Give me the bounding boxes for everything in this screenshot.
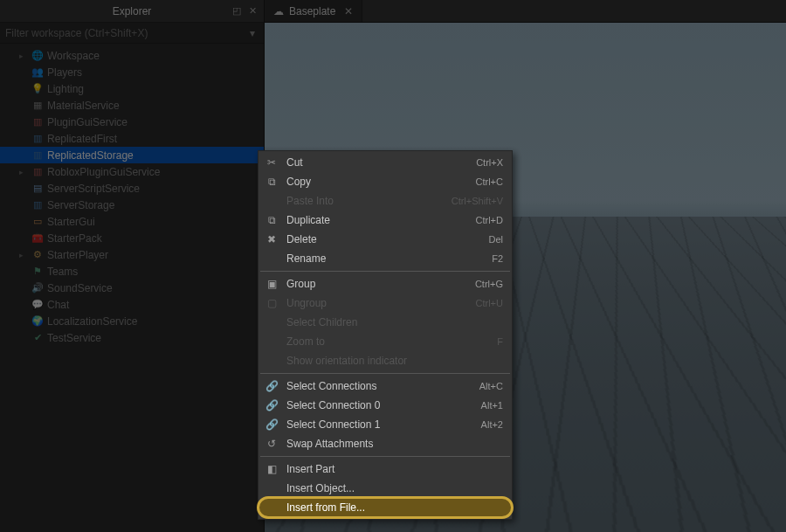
menu-item[interactable]: RenameF2 (259, 249, 512, 268)
explorer-tree: ▸🌐Workspace👥Players💡Lighting▦MaterialSer… (0, 44, 264, 532)
node-label: Players (47, 66, 82, 79)
node-icon: 🔊 (31, 282, 44, 294)
menu-item[interactable]: ⧉DuplicateCtrl+D (259, 211, 512, 230)
menu-item-label: Insert Part (286, 463, 496, 475)
node-label: SoundService (47, 282, 113, 294)
menu-item-icon: ✖ (264, 232, 279, 246)
menu-item[interactable]: 🔗Select Connection 0Alt+1 (259, 396, 512, 415)
menu-item-icon (264, 335, 279, 349)
node-icon: 💡 (31, 83, 44, 95)
menu-separator (260, 271, 510, 272)
menu-item-icon: ↺ (264, 437, 279, 451)
menu-item-label: Show orientation indicator (286, 355, 496, 367)
panel-close-icon[interactable]: ✕ (246, 5, 259, 17)
menu-item-shortcut: Ctrl+Shift+V (452, 196, 503, 206)
menu-item[interactable]: 🔗Select ConnectionsAlt+C (259, 377, 512, 396)
node-label: StarterGui (47, 216, 95, 228)
menu-item[interactable]: ◧Insert Part (259, 459, 512, 479)
menu-item[interactable]: ⧉CopyCtrl+C (259, 172, 512, 191)
node-label: StarterPack (47, 232, 102, 245)
menu-item-shortcut: Alt+C (479, 381, 503, 391)
node-label: StarterPlayer (47, 249, 108, 261)
node-label: Lighting (47, 83, 84, 95)
menu-item-icon (264, 354, 279, 368)
tree-item[interactable]: 🌍LocalizationService (0, 313, 264, 329)
tab-bar: ☁ Baseplate ✕ (265, 0, 786, 23)
tree-item[interactable]: ▥ReplicatedStorage (0, 147, 264, 163)
node-label: LocalizationService (47, 315, 137, 328)
menu-item-label: Select Children (286, 316, 496, 328)
filter-input[interactable] (5, 27, 246, 39)
menu-item[interactable]: Insert Object... (259, 479, 512, 498)
menu-item-label: Rename (286, 252, 485, 265)
menu-item-shortcut: Ctrl+X (476, 157, 503, 168)
node-icon: 💬 (31, 299, 44, 311)
menu-item[interactable]: ✖DeleteDel (259, 230, 512, 249)
menu-item-label: Delete (286, 233, 481, 245)
explorer-panel: Explorer ◰ ✕ ▾ ▸🌐Workspace👥Players💡Light… (0, 0, 265, 532)
node-icon: ▭ (31, 216, 44, 228)
tab-close-icon[interactable]: ✕ (344, 5, 353, 17)
tree-item[interactable]: ⚑Teams (0, 263, 264, 280)
node-icon: 🌍 (31, 315, 44, 328)
menu-item-label: Ungroup (286, 297, 469, 309)
tab-baseplate[interactable]: ☁ Baseplate ✕ (265, 0, 362, 22)
filter-dropdown-icon[interactable]: ▾ (246, 27, 259, 39)
cloud-icon: ☁ (273, 5, 284, 17)
tab-label: Baseplate (289, 5, 335, 17)
node-label: ReplicatedStorage (47, 149, 134, 162)
node-label: Chat (47, 299, 69, 311)
menu-item[interactable]: ↺Swap Attachments (259, 434, 512, 453)
menu-item-icon (264, 315, 279, 329)
menu-item-icon: ▢ (264, 296, 279, 310)
menu-separator (260, 456, 510, 457)
menu-item[interactable]: 🔗Select Connection 1Alt+2 (259, 415, 512, 434)
tree-item[interactable]: ▥PluginGuiService (0, 114, 264, 130)
panel-undock-icon[interactable]: ◰ (231, 5, 243, 17)
menu-item: Zoom toF (259, 332, 512, 351)
menu-item: Paste IntoCtrl+Shift+V (259, 191, 512, 211)
tree-item[interactable]: ▸▥RobloxPluginGuiService (0, 163, 264, 180)
expand-icon[interactable]: ▸ (19, 52, 28, 60)
tree-item[interactable]: ▸⚙StarterPlayer (0, 246, 264, 263)
tree-item[interactable]: 👥Players (0, 64, 264, 80)
tree-item[interactable]: 💬Chat (0, 296, 264, 313)
menu-item-shortcut: Ctrl+D (476, 215, 503, 225)
expand-icon[interactable]: ▸ (19, 168, 28, 176)
tree-item[interactable]: ▥ReplicatedFirst (0, 130, 264, 147)
node-icon: ▥ (31, 133, 44, 145)
menu-item-icon: ✂ (264, 155, 279, 169)
menu-item-shortcut: F (497, 336, 503, 347)
tree-item[interactable]: ▤ServerScriptService (0, 180, 264, 197)
tree-item[interactable]: ▸🌐Workspace (0, 47, 264, 64)
menu-item[interactable]: ✂CutCtrl+X (259, 153, 512, 172)
node-icon: ▥ (31, 166, 44, 178)
menu-item: ▢UngroupCtrl+U (259, 294, 512, 313)
menu-item[interactable]: Insert from File... (259, 498, 512, 517)
menu-item-icon: ◧ (264, 462, 279, 476)
node-label: ReplicatedFirst (47, 133, 117, 145)
menu-item-icon: 🔗 (264, 379, 279, 393)
node-label: ServerScriptService (47, 183, 140, 195)
tree-item[interactable]: 🔊SoundService (0, 280, 264, 296)
node-label: Teams (47, 266, 78, 278)
menu-item-label: Duplicate (286, 214, 469, 226)
menu-item-icon: 🔗 (264, 398, 279, 412)
menu-item-label: Select Connections (286, 380, 472, 392)
menu-separator (260, 373, 510, 374)
menu-item-shortcut: Alt+2 (481, 419, 503, 430)
node-label: MaterialService (47, 100, 120, 112)
tree-item[interactable]: 🧰StarterPack (0, 230, 264, 246)
tree-item[interactable]: 💡Lighting (0, 80, 264, 97)
menu-item[interactable]: ▣GroupCtrl+G (259, 274, 512, 294)
tree-item[interactable]: ✔TestService (0, 329, 264, 346)
menu-item-label: Insert Object... (286, 482, 496, 494)
explorer-header: Explorer ◰ ✕ (0, 0, 264, 23)
expand-icon[interactable]: ▸ (19, 251, 28, 259)
menu-item-shortcut: F2 (492, 253, 503, 264)
menu-item-icon (264, 194, 279, 208)
tree-item[interactable]: ▥ServerStorage (0, 197, 264, 213)
tree-item[interactable]: ▦MaterialService (0, 97, 264, 114)
node-icon: ▥ (31, 199, 44, 211)
tree-item[interactable]: ▭StarterGui (0, 213, 264, 230)
